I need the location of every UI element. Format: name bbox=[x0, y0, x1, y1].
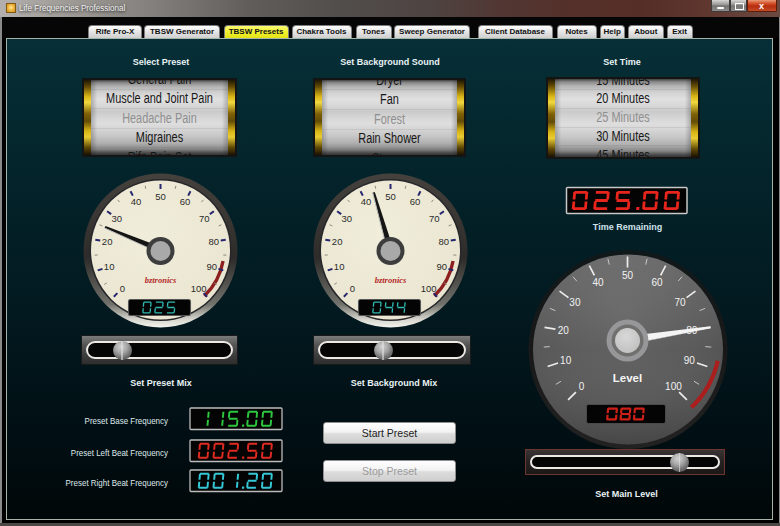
svg-text:50: 50 bbox=[385, 191, 396, 202]
svg-text:90: 90 bbox=[684, 355, 696, 366]
svg-text:10: 10 bbox=[104, 261, 115, 272]
svg-text:20: 20 bbox=[558, 325, 570, 336]
svg-text:60: 60 bbox=[651, 277, 663, 288]
svg-text:70: 70 bbox=[429, 213, 440, 224]
svg-text:90: 90 bbox=[207, 261, 218, 272]
svg-text:50: 50 bbox=[622, 270, 634, 281]
svg-text:10: 10 bbox=[334, 261, 345, 272]
svg-text:70: 70 bbox=[675, 297, 687, 308]
svg-text:0: 0 bbox=[120, 283, 125, 294]
svg-text:100: 100 bbox=[191, 283, 207, 294]
svg-text:40: 40 bbox=[361, 196, 372, 207]
svg-text:70: 70 bbox=[199, 213, 210, 224]
svg-text:bztronics: bztronics bbox=[145, 275, 177, 285]
svg-text:80: 80 bbox=[439, 236, 450, 247]
svg-text:100: 100 bbox=[421, 283, 437, 294]
svg-text:60: 60 bbox=[410, 196, 421, 207]
svg-text:30: 30 bbox=[342, 213, 353, 224]
svg-text:50: 50 bbox=[155, 191, 166, 202]
svg-text:30: 30 bbox=[569, 297, 581, 308]
svg-text:90: 90 bbox=[437, 261, 448, 272]
svg-text:0: 0 bbox=[350, 283, 355, 294]
svg-text:80: 80 bbox=[209, 236, 220, 247]
svg-text:bztronics: bztronics bbox=[375, 275, 407, 285]
svg-text:Level: Level bbox=[613, 372, 642, 384]
svg-text:40: 40 bbox=[592, 277, 604, 288]
svg-text:20: 20 bbox=[102, 236, 113, 247]
svg-text:10: 10 bbox=[560, 355, 572, 366]
svg-text:40: 40 bbox=[131, 196, 142, 207]
svg-text:0: 0 bbox=[579, 381, 585, 392]
svg-text:30: 30 bbox=[112, 213, 123, 224]
svg-text:100: 100 bbox=[665, 381, 682, 392]
svg-text:60: 60 bbox=[180, 196, 191, 207]
svg-text:20: 20 bbox=[332, 236, 343, 247]
